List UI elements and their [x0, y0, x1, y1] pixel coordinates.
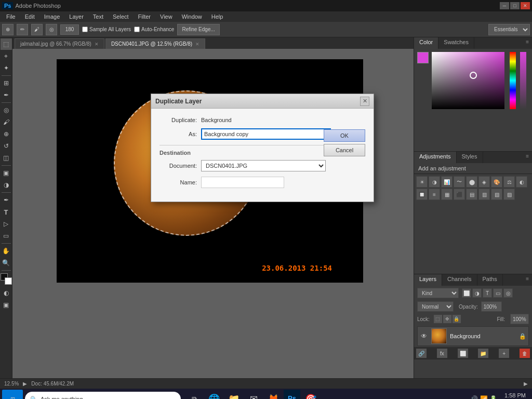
ok-button[interactable]: OK	[324, 129, 365, 142]
document-row: Document: DSCN0401.JPG	[159, 160, 365, 171]
dialog-buttons: OK Cancel	[324, 129, 365, 156]
duplicate-label: Duplicate:	[159, 117, 201, 123]
name-row: Name:	[159, 177, 365, 188]
name-label: Name:	[159, 179, 201, 185]
duplicate-layer-dialog: Duplicate Layer ✕ Duplicate: Background …	[151, 94, 374, 202]
dialog-body: Duplicate: Background As: Destination Do…	[151, 109, 374, 202]
dialog-close-button[interactable]: ✕	[360, 97, 369, 106]
as-input[interactable]	[201, 128, 331, 140]
duplicate-value: Background	[201, 117, 232, 123]
document-label: Document:	[159, 163, 201, 169]
name-input[interactable]	[201, 177, 284, 188]
duplicate-row: Duplicate: Background	[159, 117, 365, 123]
dialog-title: Duplicate Layer	[155, 98, 202, 105]
dialog-title-bar: Duplicate Layer ✕	[151, 94, 374, 109]
as-label: As:	[159, 131, 201, 137]
cancel-button[interactable]: Cancel	[324, 144, 365, 156]
document-select[interactable]: DSCN0401.JPG	[201, 160, 326, 171]
dialog-overlay: Duplicate Layer ✕ Duplicate: Background …	[0, 0, 532, 399]
